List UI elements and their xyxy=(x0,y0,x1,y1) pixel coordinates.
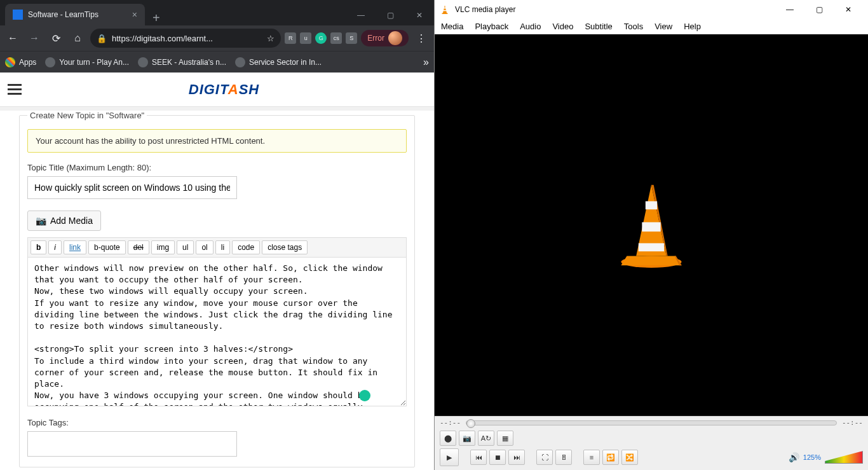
tags-label: Topic Tags: xyxy=(27,418,407,427)
topic-tags-input[interactable] xyxy=(27,431,237,457)
volume-percent: 125% xyxy=(803,453,821,461)
shuffle-button[interactable]: 🔀 xyxy=(621,450,638,465)
bookmark-item-3[interactable]: Service Sector in In... xyxy=(235,57,322,67)
qt-italic-button[interactable]: i xyxy=(48,240,62,254)
playlist-button[interactable]: ≡ xyxy=(583,450,600,465)
extension-icon-2[interactable]: u xyxy=(300,32,311,44)
back-button[interactable]: ← xyxy=(4,29,22,47)
extension-icon-1[interactable]: R xyxy=(285,32,296,44)
bookmark-label: SEEK - Australia's n... xyxy=(152,58,226,67)
menu-subtitle[interactable]: Subtitle xyxy=(585,22,612,31)
speaker-icon[interactable]: 🔊 xyxy=(789,452,799,462)
bookmarks-overflow-icon[interactable]: » xyxy=(423,57,429,68)
error-badge[interactable]: Error xyxy=(361,30,409,46)
loop-button[interactable]: 🔁 xyxy=(602,450,619,465)
address-bar[interactable]: 🔒 https://digitash.com/learnt... ☆ xyxy=(90,29,281,48)
qt-img-button[interactable]: img xyxy=(151,240,175,254)
vlc-window: VLC media player — ▢ ✕ Media Playback Au… xyxy=(434,0,868,470)
snapshot-button[interactable]: 📷 xyxy=(459,431,475,446)
vlc-close-button[interactable]: ✕ xyxy=(834,0,863,19)
menu-media[interactable]: Media xyxy=(441,22,463,31)
ext-settings-button[interactable]: 🎚 xyxy=(555,450,572,465)
chrome-window: Software - LearnTips × + — ▢ ✕ ← → ⟳ ⌂ 🔒… xyxy=(0,0,434,470)
menu-playback[interactable]: Playback xyxy=(475,22,508,31)
svg-marker-0 xyxy=(443,5,447,13)
next-button[interactable]: ⏭ xyxy=(508,450,525,465)
menu-tools[interactable]: Tools xyxy=(624,22,643,31)
topic-title-input[interactable] xyxy=(27,176,237,199)
seek-slider[interactable] xyxy=(466,420,837,425)
qt-close-button[interactable]: close tags xyxy=(262,240,308,254)
tab-close-icon[interactable]: × xyxy=(132,10,137,20)
prev-button[interactable]: ⏮ xyxy=(470,450,487,465)
url-text: https://digitash.com/learnt... xyxy=(112,34,213,43)
browser-tab[interactable]: Software - LearnTips × xyxy=(5,4,145,25)
vlc-maximize-button[interactable]: ▢ xyxy=(804,0,834,19)
home-button[interactable]: ⌂ xyxy=(69,29,86,47)
svg-marker-10 xyxy=(621,256,681,266)
grammarly-indicator-icon[interactable] xyxy=(359,390,370,401)
bookmark-apps[interactable]: Apps xyxy=(5,57,36,67)
vlc-title-text: VLC media player xyxy=(455,5,515,14)
vlc-secondary-row: ⬤ 📷 A↻ ▦ xyxy=(435,429,868,446)
stop-button[interactable]: ⏹ xyxy=(489,450,506,465)
fullscreen-button[interactable]: ⛶ xyxy=(536,450,553,465)
menu-audio[interactable]: Audio xyxy=(520,22,541,31)
extension-icon-4[interactable]: S xyxy=(346,32,357,44)
new-tab-button[interactable]: + xyxy=(145,11,168,25)
tab-favicon xyxy=(13,10,23,20)
qt-bquote-button[interactable]: b-quote xyxy=(88,240,126,254)
volume-slider[interactable] xyxy=(825,451,863,464)
vlc-titlebar: VLC media player — ▢ ✕ xyxy=(435,0,868,19)
forum-legend: Create New Topic in "Software" xyxy=(27,111,147,120)
chrome-window-controls: — ▢ ✕ xyxy=(346,5,434,25)
menu-view[interactable]: View xyxy=(654,22,672,31)
maximize-button[interactable]: ▢ xyxy=(376,5,405,25)
record-button[interactable]: ⬤ xyxy=(440,431,456,446)
play-button[interactable]: ▶ xyxy=(440,448,459,466)
vlc-minimize-button[interactable]: — xyxy=(775,0,804,19)
qt-ul-button[interactable]: ul xyxy=(177,240,194,254)
chrome-toolbar: ← → ⟳ ⌂ 🔒 https://digitash.com/learnt...… xyxy=(0,25,434,51)
qt-ol-button[interactable]: ol xyxy=(196,240,213,254)
grammarly-ext-icon[interactable]: G xyxy=(315,32,327,44)
bookmark-item-2[interactable]: SEEK - Australia's n... xyxy=(138,57,226,67)
menu-help[interactable]: Help xyxy=(684,22,701,31)
qt-code-button[interactable]: code xyxy=(232,240,260,254)
vlc-video-area[interactable] xyxy=(435,34,868,416)
star-icon[interactable]: ☆ xyxy=(267,34,275,43)
qt-del-button[interactable]: del xyxy=(128,240,149,254)
reload-button[interactable]: ⟳ xyxy=(47,29,65,47)
vlc-window-controls: — ▢ ✕ xyxy=(775,0,863,19)
kebab-menu-icon[interactable]: ⋮ xyxy=(412,29,430,47)
qt-bold-button[interactable]: b xyxy=(31,240,46,254)
qt-link-button[interactable]: link xyxy=(64,240,86,254)
content-editor[interactable] xyxy=(27,257,407,406)
bookmark-label: Apps xyxy=(19,58,36,67)
minimize-button[interactable]: — xyxy=(346,5,376,25)
menu-video[interactable]: Video xyxy=(552,22,573,31)
site-logo[interactable]: DIGITASH xyxy=(189,81,259,98)
hamburger-menu-icon[interactable] xyxy=(8,84,22,95)
svg-rect-9 xyxy=(639,243,664,251)
bookmark-label: Service Sector in In... xyxy=(249,58,322,67)
qt-li-button[interactable]: li xyxy=(215,240,230,254)
forward-button[interactable]: → xyxy=(25,29,43,47)
add-media-label: Add Media xyxy=(50,216,93,226)
svg-rect-8 xyxy=(642,222,660,232)
media-icon: 📷 xyxy=(36,216,46,226)
bookmark-item-1[interactable]: Your turn - Play An... xyxy=(45,57,129,67)
frame-button[interactable]: ▦ xyxy=(497,431,513,446)
volume-control: 🔊 125% xyxy=(789,451,863,464)
page-scroll[interactable]: DIGITASH Create New Topic in "Software" … xyxy=(0,73,434,470)
profile-avatar[interactable] xyxy=(388,31,402,45)
add-media-button[interactable]: 📷Add Media xyxy=(27,211,101,231)
vlc-controls-panel: --:-- --:-- ⬤ 📷 A↻ ▦ ▶ ⏮ ⏹ ⏭ ⛶ 🎚 ≡ 🔁 🔀 🔊 xyxy=(435,416,868,470)
extension-icon-3[interactable]: cs xyxy=(330,32,342,44)
atob-button[interactable]: A↻ xyxy=(478,431,494,446)
svg-rect-3 xyxy=(442,13,448,14)
close-button[interactable]: ✕ xyxy=(405,5,434,25)
vlc-menubar: Media Playback Audio Video Subtitle Tool… xyxy=(435,19,868,34)
svg-rect-7 xyxy=(646,201,657,209)
html-notice: Your account has the ability to post unr… xyxy=(27,129,407,153)
